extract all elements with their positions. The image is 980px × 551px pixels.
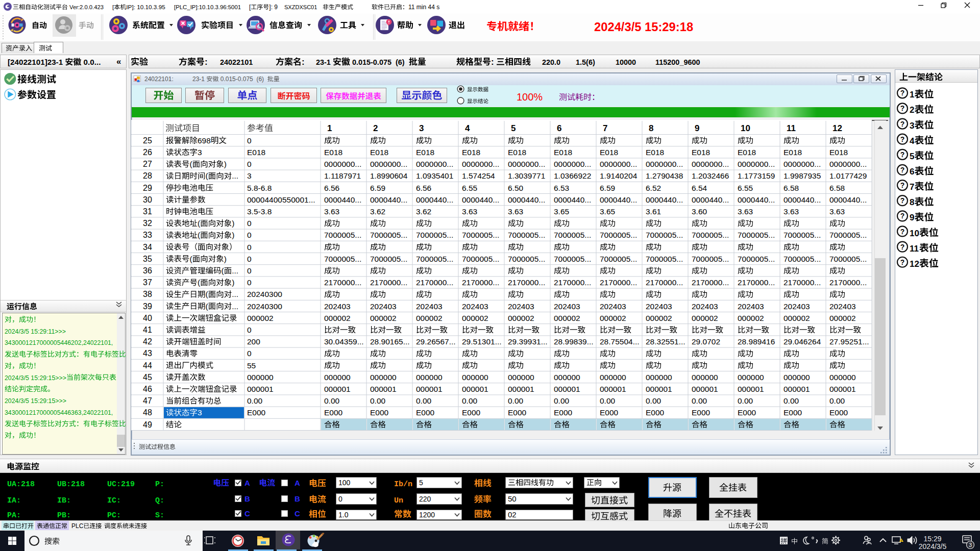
svg-text:0.00: 0.00	[324, 396, 340, 405]
svg-text:12: 12	[832, 123, 842, 133]
svg-text:7000005...: 7000005...	[508, 255, 545, 263]
svg-text:4: 4	[910, 136, 915, 146]
svg-text:1200: 1200	[419, 511, 435, 519]
svg-text:202403: 202403	[829, 302, 856, 311]
svg-text:000000: 000000	[692, 373, 718, 382]
svg-text:7000005...: 7000005...	[508, 231, 545, 239]
svg-text:202403: 202403	[324, 302, 351, 311]
svg-text:P:: P:	[155, 480, 164, 489]
svg-text:1.9987935: 1.9987935	[783, 171, 821, 180]
svg-text:000000: 000000	[829, 373, 856, 382]
svg-text:28.989416: 28.989416	[738, 337, 775, 346]
svg-text:30.04359...: 30.04359...	[324, 337, 364, 346]
svg-text:000001: 000001	[783, 385, 810, 393]
svg-text:0: 0	[247, 278, 252, 287]
svg-text:2024/3/5 15:29:11>>>: 2024/3/5 15:29:11>>>	[5, 328, 66, 335]
svg-text:35: 35	[143, 255, 152, 263]
svg-text:27: 27	[143, 160, 152, 168]
svg-text:1.0: 1.0	[338, 511, 349, 519]
svg-text:25: 25	[143, 136, 152, 145]
svg-text:7000005...: 7000005...	[554, 255, 591, 263]
svg-text:E018: E018	[738, 148, 756, 157]
svg-text:000001: 000001	[646, 385, 672, 393]
svg-text:0.00: 0.00	[508, 396, 524, 405]
svg-text:0000000...: 0000000...	[508, 160, 545, 168]
svg-text:100: 100	[338, 479, 351, 487]
svg-text:0: 0	[247, 136, 252, 145]
svg-text:0: 0	[247, 231, 252, 239]
svg-text:2170000...: 2170000...	[600, 278, 637, 287]
svg-text:5.8-6.8: 5.8-6.8	[247, 184, 272, 192]
svg-text:28.32551...: 28.32551...	[646, 337, 685, 346]
svg-text:2170000...: 2170000...	[829, 278, 867, 287]
svg-text:000001: 000001	[508, 385, 534, 393]
svg-text:11 min 44 s: 11 min 44 s	[408, 4, 439, 11]
svg-text::: :	[491, 57, 494, 67]
svg-text:11: 11	[787, 123, 796, 133]
svg-text:000002: 000002	[600, 314, 626, 322]
svg-text:6.54: 6.54	[692, 184, 707, 192]
svg-text:A: A	[244, 479, 250, 487]
svg-text:E018: E018	[462, 148, 480, 157]
svg-text:0000440...: 0000440...	[324, 195, 361, 204]
svg-text:Ib/n: Ib/n	[394, 480, 412, 489]
svg-text:39: 39	[143, 302, 152, 311]
svg-text:10000: 10000	[616, 58, 636, 66]
svg-text:202403: 202403	[783, 302, 810, 311]
svg-text:E018: E018	[247, 148, 265, 157]
svg-text:?: ?	[900, 120, 905, 128]
svg-text:1.1187971: 1.1187971	[324, 171, 361, 180]
svg-text:E000: E000	[829, 408, 848, 417]
svg-text:0000000...: 0000000...	[646, 160, 683, 168]
svg-text:2170000...: 2170000...	[416, 278, 453, 287]
svg-text:0000440...: 0000440...	[646, 195, 683, 204]
svg-text:1.0366922: 1.0366922	[554, 171, 591, 180]
svg-text:000002: 000002	[829, 314, 856, 322]
svg-text:IP]: 10.10.3.95: IP]: 10.10.3.95	[126, 4, 165, 10]
svg-text:1.5(6): 1.5(6)	[576, 58, 595, 66]
svg-text:29.26567...: 29.26567...	[416, 337, 456, 346]
svg-text:200: 200	[247, 337, 260, 346]
svg-text:[24022101]23-1: [24022101]23-1	[8, 58, 65, 66]
svg-text:0000440...: 0000440...	[370, 195, 407, 204]
svg-text:0: 0	[338, 495, 342, 503]
svg-text:2170000...: 2170000...	[692, 278, 729, 287]
svg-text:000002: 000002	[508, 314, 534, 322]
svg-text:0.00: 0.00	[462, 396, 478, 405]
svg-text:000002: 000002	[554, 314, 580, 322]
svg-text:7000005...: 7000005...	[600, 255, 637, 263]
svg-text:6.55: 6.55	[738, 184, 753, 192]
svg-text:0.00: 0.00	[783, 396, 799, 405]
svg-text:?: ?	[900, 181, 905, 189]
svg-text:S:: S:	[155, 511, 164, 520]
svg-text:7000005...: 7000005...	[600, 231, 637, 239]
svg-text:100%: 100%	[517, 91, 543, 103]
svg-text:202403: 202403	[600, 302, 626, 311]
svg-text:000000: 000000	[462, 373, 488, 382]
svg-text:36: 36	[143, 266, 152, 275]
svg-text:E018: E018	[416, 148, 434, 157]
svg-text:7000005...: 7000005...	[416, 231, 453, 239]
svg-text:E018: E018	[783, 148, 802, 157]
svg-text:0000000...: 0000000...	[554, 160, 591, 168]
svg-text:C: C	[295, 509, 300, 518]
svg-text:2170000...: 2170000...	[646, 278, 683, 287]
svg-text:...: ...	[232, 290, 238, 298]
svg-text:0: 0	[247, 160, 252, 168]
svg-text:E018: E018	[324, 148, 342, 157]
svg-text:6.52: 6.52	[646, 184, 661, 192]
svg-text:2170000...: 2170000...	[508, 278, 545, 287]
svg-text:PLC: PLC	[71, 522, 84, 530]
svg-text:7000005...: 7000005...	[829, 231, 867, 239]
svg-text:E018: E018	[646, 148, 664, 157]
svg-text:Q:: Q:	[155, 496, 164, 505]
svg-text:(: (	[198, 219, 201, 228]
svg-text:41: 41	[143, 325, 152, 334]
svg-text:2170000...: 2170000...	[783, 278, 821, 287]
svg-text:28: 28	[143, 171, 152, 180]
svg-text:7000005...: 7000005...	[646, 255, 683, 263]
svg-text:SXZDXSC01: SXZDXSC01	[284, 4, 317, 10]
svg-text:8: 8	[649, 123, 653, 133]
svg-text:000002: 000002	[646, 314, 672, 322]
svg-text:3.63: 3.63	[829, 207, 845, 216]
